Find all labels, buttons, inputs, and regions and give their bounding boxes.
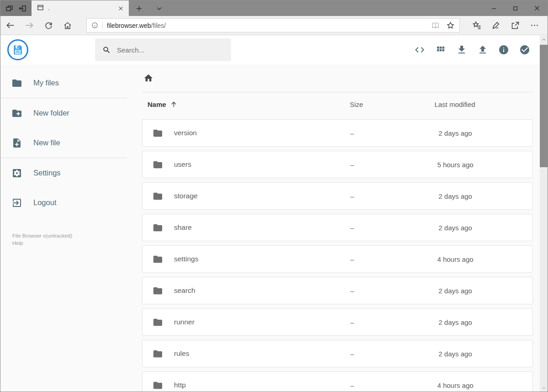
file-size: – (350, 318, 354, 326)
sidebar: My files New folder New file Settings Lo… (0, 64, 127, 392)
file-row[interactable]: users – 5 hours ago (142, 151, 533, 178)
new-folder-icon (11, 108, 22, 119)
sidebar-item-new-file[interactable]: New file (0, 128, 127, 158)
file-modified: 2 days ago (403, 192, 508, 200)
filebrowser-logo[interactable] (7, 39, 28, 60)
listing-header: Name Size Last modified (142, 92, 533, 116)
settings-icon (11, 168, 22, 179)
upload-icon[interactable] (477, 44, 488, 55)
file-row[interactable]: storage – 2 days ago (142, 182, 533, 210)
forward-button[interactable] (20, 16, 39, 35)
help-link[interactable]: Help (12, 239, 127, 247)
file-name: rules (174, 350, 190, 358)
folder-icon (153, 380, 163, 391)
sidebar-item-label: Logout (33, 198, 56, 207)
refresh-button[interactable] (39, 16, 58, 35)
file-row[interactable]: share – 2 days ago (142, 214, 533, 241)
file-row[interactable]: settings – 4 hours ago (142, 245, 533, 273)
web-notes-pen-icon[interactable] (486, 16, 506, 35)
folder-icon (153, 349, 163, 359)
reading-view-icon[interactable] (431, 21, 440, 30)
scroll-down-icon[interactable] (540, 384, 548, 392)
hub-favorites-icon[interactable] (467, 16, 486, 35)
search-input[interactable] (117, 46, 224, 54)
more-options-icon[interactable] (525, 16, 544, 35)
tab-preview-icon[interactable] (5, 5, 13, 12)
addressbar-divider (102, 21, 103, 30)
favorite-star-icon[interactable] (446, 21, 455, 30)
minimize-button[interactable] (483, 0, 505, 16)
file-size: – (350, 381, 354, 389)
file-name: share (174, 223, 192, 232)
app-body: My files New folder New file Settings Lo… (0, 64, 548, 392)
file-name: storage (174, 192, 198, 200)
sidebar-item-my-files[interactable]: My files (0, 68, 127, 98)
folder-icon (153, 128, 163, 138)
download-icon[interactable] (456, 44, 467, 55)
file-row[interactable]: runner – 2 days ago (142, 308, 533, 336)
sidebar-item-label: My files (33, 79, 59, 87)
url-domain: filebrowser.web (107, 22, 151, 29)
select-check-icon[interactable] (519, 44, 530, 55)
info-icon[interactable] (498, 44, 509, 55)
home-button[interactable] (58, 16, 77, 35)
search-icon (102, 46, 111, 54)
breadcrumb-home-icon[interactable] (143, 73, 153, 83)
scroll-up-icon[interactable] (540, 36, 548, 43)
file-listing: Name Size Last modified version – 2 days… (127, 64, 540, 392)
file-modified: 2 days ago (403, 318, 508, 326)
app-header (0, 35, 548, 64)
file-row[interactable]: version – 2 days ago (142, 119, 533, 147)
scrollbar-thumb[interactable] (540, 45, 548, 167)
file-name: http (174, 381, 186, 389)
maximize-button[interactable] (505, 0, 526, 16)
page-icon (37, 4, 44, 13)
tab-title: . (48, 5, 114, 11)
set-tabs-aside-icon[interactable] (19, 5, 26, 12)
tab-list-chevron-icon[interactable] (149, 0, 169, 16)
file-modified: 5 hours ago (403, 161, 508, 169)
url-text[interactable]: filebrowser.web/files/ (107, 22, 425, 29)
file-row[interactable]: http – 4 hours ago (142, 371, 533, 392)
sidebar-item-new-folder[interactable]: New folder (0, 98, 127, 128)
file-size: – (350, 350, 354, 358)
file-size: – (350, 192, 354, 200)
browser-window: . filebrowser.web/files/ (0, 0, 548, 392)
close-window-button[interactable] (526, 0, 548, 16)
sidebar-footer: File Browser v(untracked) Help (0, 232, 127, 247)
file-row[interactable]: search – 2 days ago (142, 277, 533, 304)
sort-by-name-header[interactable]: Name (148, 101, 178, 108)
folder-icon (153, 254, 163, 265)
file-size: – (350, 161, 354, 169)
name-column-label: Name (148, 101, 166, 108)
sort-ascending-icon (170, 101, 178, 108)
search-box[interactable] (95, 38, 231, 61)
file-row[interactable]: rules – 2 days ago (142, 340, 533, 367)
folder-icon (153, 317, 163, 328)
site-info-icon[interactable] (91, 22, 98, 29)
page-scrollbar[interactable] (540, 36, 548, 392)
titlebar-spacer (169, 0, 483, 16)
new-tab-button[interactable] (129, 0, 149, 16)
sidebar-item-logout[interactable]: Logout (0, 188, 127, 217)
sidebar-item-settings[interactable]: Settings (0, 158, 127, 188)
folder-icon (153, 222, 163, 233)
file-modified: 2 days ago (403, 129, 508, 137)
file-size: – (350, 287, 354, 295)
sort-by-size-header[interactable]: Size (350, 101, 363, 108)
breadcrumb (142, 64, 533, 92)
new-file-icon (11, 138, 22, 148)
tab-close-icon[interactable] (118, 6, 123, 11)
address-bar[interactable]: filebrowser.web/files/ (86, 18, 460, 32)
browser-tab[interactable]: . (32, 0, 129, 16)
grid-view-icon[interactable] (435, 44, 446, 55)
shell-toggle-icon[interactable] (414, 44, 425, 55)
share-icon[interactable] (506, 16, 525, 35)
file-name: settings (174, 255, 198, 263)
file-size: – (350, 255, 354, 263)
file-name: search (174, 286, 195, 295)
folder-icon (153, 191, 163, 201)
sort-by-modified-header[interactable]: Last modified (402, 101, 507, 108)
browser-titlebar: . (0, 0, 548, 16)
back-button[interactable] (0, 16, 20, 35)
